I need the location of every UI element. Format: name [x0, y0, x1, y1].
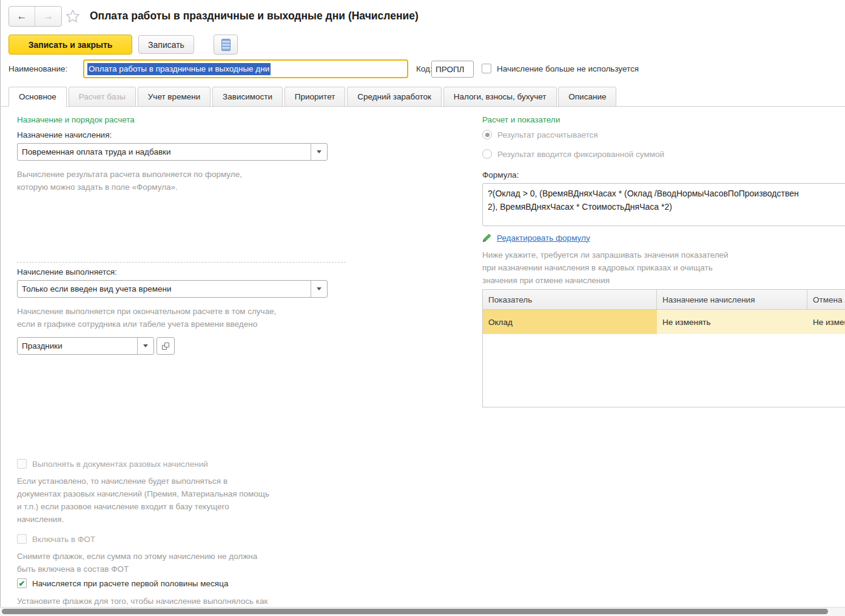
- column-header-assign[interactable]: Назначение начисления: [657, 290, 807, 309]
- indicators-hint: Ниже укажите, требуется ли запрашивать з…: [482, 249, 786, 287]
- chevron-down-icon: [317, 150, 322, 153]
- not-used-checkbox[interactable]: [482, 64, 491, 73]
- tab-strip: Основное Расчет базы Учет времени Зависи…: [0, 87, 845, 107]
- cell-cancel[interactable]: Не изменять: [807, 310, 845, 334]
- name-field-label: Наименование:: [8, 64, 67, 73]
- tab-dependencies[interactable]: Зависимости: [212, 87, 283, 107]
- forward-arrow-icon: →: [43, 10, 53, 22]
- performed-field-label: Начисление выполняется:: [17, 267, 117, 276]
- section-calculation-title: Расчет и показатели: [482, 115, 560, 124]
- radio-calculated-label: Результат рассчитывается: [497, 130, 598, 139]
- formula-textarea[interactable]: ?(Оклад > 0, (ВремяВДняхЧасах * (Оклад /…: [482, 183, 845, 226]
- page-title: Оплата работы в праздничные и выходные д…: [90, 10, 419, 22]
- not-used-checkbox-label: Начисление больше не используется: [497, 64, 639, 73]
- name-input[interactable]: Оплата работы в праздничные и выходные д…: [83, 59, 408, 78]
- pencil-icon: [482, 233, 492, 243]
- tab-time-accounting[interactable]: Учет времени: [138, 87, 211, 107]
- purpose-hint: Вычисление результата расчета выполняетс…: [17, 168, 308, 193]
- radio-fixed: [482, 149, 492, 159]
- onetime-checkbox-row: Выполнять в документах разовых начислени…: [17, 459, 208, 469]
- radio-calculated: [482, 130, 492, 139]
- horizontal-scrollbar-thumb[interactable]: [2, 609, 828, 614]
- half-month-hint: Установите флажок для того, чтобы начисл…: [17, 595, 345, 608]
- save-and-close-label: Записать и закрыть: [29, 40, 113, 50]
- section-purpose-title: Назначение и порядок расчета: [17, 115, 135, 124]
- not-used-checkbox-row: Начисление больше не используется: [482, 64, 639, 73]
- form-window: ← → Оплата работы в праздничные и выходн…: [0, 0, 845, 616]
- dashed-divider: [17, 262, 346, 263]
- indicators-table-header: Показатель Назначение начисления Отмена: [483, 290, 845, 310]
- tab-average-earnings[interactable]: Средний заработок: [347, 87, 442, 107]
- table-row[interactable]: Оклад Не изменять Не изменять: [483, 310, 845, 334]
- fot-checkbox-label: Включать в ФОТ: [32, 535, 95, 544]
- time-kind-value: Праздники: [18, 338, 137, 354]
- half-month-checkbox-row: Начисляется при расчете первой половины …: [17, 578, 228, 588]
- performed-hint: Начисление выполняется при окончательном…: [17, 305, 320, 330]
- half-month-checkbox[interactable]: [17, 578, 27, 588]
- indicators-table: Показатель Назначение начисления Отмена …: [482, 289, 845, 407]
- save-and-close-button[interactable]: Записать и закрыть: [8, 35, 132, 55]
- radio-calculated-row: Результат рассчитывается: [482, 130, 598, 139]
- onetime-checkbox-label: Выполнять в документах разовых начислени…: [32, 460, 208, 469]
- forward-button[interactable]: →: [35, 7, 61, 26]
- star-icon: [64, 8, 81, 25]
- back-arrow-icon: ←: [17, 10, 27, 22]
- report-list-icon: [221, 39, 231, 51]
- fot-checkbox: [17, 534, 27, 544]
- open-icon: [162, 343, 169, 350]
- performed-select[interactable]: Только если введен вид учета времени: [17, 280, 328, 298]
- chevron-down-icon: [143, 344, 148, 347]
- radio-fixed-row: Результат вводится фиксированной суммой: [482, 149, 664, 159]
- formula-field-label: Формула:: [482, 170, 519, 179]
- tab-priority[interactable]: Приоритет: [284, 87, 346, 107]
- save-button[interactable]: Записать: [138, 35, 194, 54]
- onetime-hint: Если установлено, то начисление будет вы…: [17, 475, 302, 526]
- purpose-select[interactable]: Повременная оплата труда и надбавки: [17, 143, 328, 161]
- cell-indicator[interactable]: Оклад: [483, 310, 657, 334]
- cell-assign[interactable]: Не изменять: [657, 310, 807, 334]
- fot-hint: Снимите флажок, если сумма по этому начи…: [17, 550, 326, 575]
- favorite-star-button[interactable]: [63, 7, 82, 26]
- time-kind-open-button[interactable]: [157, 337, 175, 355]
- radio-fixed-label: Результат вводится фиксированной суммой: [497, 150, 664, 159]
- tab-main[interactable]: Основное: [8, 87, 67, 107]
- half-month-checkbox-label: Начисляется при расчете первой половины …: [32, 579, 228, 588]
- edit-formula-link[interactable]: Редактировать формулу: [497, 233, 590, 243]
- purpose-dropdown-button[interactable]: [311, 144, 327, 160]
- tab-taxes[interactable]: Налоги, взносы, бухучет: [443, 87, 557, 107]
- column-header-cancel[interactable]: Отмена: [807, 290, 845, 309]
- edit-formula-row: Редактировать формулу: [482, 233, 590, 243]
- code-input[interactable]: ПРОПЛ: [431, 61, 474, 78]
- column-header-indicator[interactable]: Показатель: [483, 290, 657, 309]
- time-kind-combo[interactable]: Праздники: [17, 337, 154, 355]
- chevron-down-icon: [317, 287, 322, 290]
- tab-base-calculation: Расчет базы: [69, 87, 136, 107]
- code-input-value: ПРОПЛ: [436, 65, 464, 74]
- purpose-select-value: Повременная оплата труда и надбавки: [18, 144, 311, 160]
- performed-dropdown-button[interactable]: [311, 281, 327, 297]
- performed-select-value: Только если введен вид учета времени: [18, 281, 311, 297]
- fot-checkbox-row: Включать в ФОТ: [17, 534, 95, 544]
- onetime-checkbox: [17, 459, 27, 469]
- time-kind-dropdown-button[interactable]: [137, 338, 153, 354]
- back-button[interactable]: ←: [9, 7, 35, 26]
- nav-history-group: ← →: [8, 6, 62, 27]
- save-label: Записать: [148, 40, 184, 50]
- tab-description[interactable]: Описание: [558, 87, 616, 107]
- code-field-label: Код:: [416, 64, 433, 73]
- purpose-field-label: Назначение начисления:: [17, 130, 112, 139]
- name-input-selected-text: Оплата работы в праздничные и выходные д…: [87, 63, 271, 75]
- more-actions-button[interactable]: [214, 35, 238, 55]
